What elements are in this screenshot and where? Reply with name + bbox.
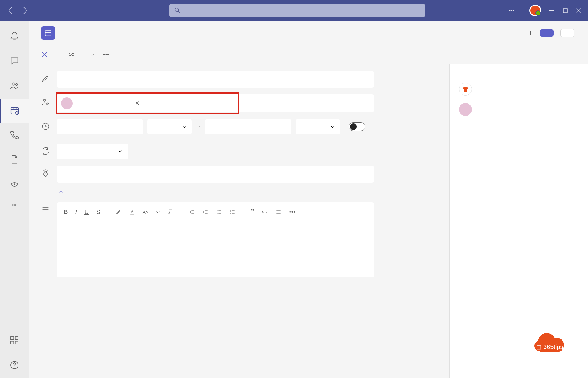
- meeting-toolbar: •••: [29, 45, 588, 64]
- maximize-button[interactable]: [562, 7, 568, 14]
- svg-point-34: [42, 212, 42, 212]
- organizer-avatar: [459, 83, 472, 96]
- meeting-header: +: [29, 21, 588, 45]
- bullet-list-button[interactable]: [216, 209, 222, 215]
- svg-text:+: +: [16, 112, 18, 115]
- svg-line-1: [178, 11, 180, 13]
- add-tab-button[interactable]: +: [528, 28, 533, 38]
- repeat-icon: [41, 147, 50, 155]
- tabs: [68, 25, 128, 41]
- underline-button[interactable]: U: [84, 208, 89, 216]
- link-button[interactable]: [262, 209, 268, 215]
- arrow-icon: →: [196, 124, 201, 129]
- svg-point-33: [42, 209, 42, 210]
- svg-rect-15: [11, 337, 14, 339]
- category-dropdown[interactable]: [87, 52, 95, 57]
- end-date-input[interactable]: [205, 119, 291, 134]
- end-time-input[interactable]: [296, 119, 340, 134]
- chevron-down-icon: [118, 149, 123, 154]
- close-icon: [41, 51, 47, 58]
- rail-calendar[interactable]: +: [0, 99, 29, 123]
- copy-link-button[interactable]: [68, 51, 78, 58]
- rail-viva[interactable]: [0, 173, 29, 197]
- location-input[interactable]: [57, 166, 374, 183]
- repeat-dropdown[interactable]: [57, 144, 128, 159]
- send-update-button[interactable]: [540, 29, 554, 37]
- start-date-input[interactable]: [57, 119, 143, 134]
- bold-button[interactable]: B: [63, 208, 68, 216]
- rail-help[interactable]: [0, 353, 29, 378]
- svg-rect-16: [15, 337, 18, 339]
- tracking-attendee[interactable]: [459, 99, 579, 120]
- paragraph-dropdown[interactable]: [155, 209, 160, 214]
- hr-button[interactable]: [275, 209, 282, 215]
- rail-calls[interactable]: [0, 123, 29, 148]
- svg-point-24: [43, 99, 46, 101]
- more-options-button[interactable]: •••: [103, 51, 109, 58]
- svg-point-32: [42, 207, 42, 208]
- chevron-down-icon: [182, 124, 187, 129]
- start-time-input[interactable]: [147, 119, 192, 134]
- description-icon: [41, 205, 50, 214]
- back-button[interactable]: [8, 8, 14, 13]
- close-window-button[interactable]: [576, 7, 582, 14]
- rail-files[interactable]: [0, 148, 29, 173]
- clear-format-button[interactable]: [168, 209, 174, 215]
- attendee-avatar: [61, 97, 73, 109]
- search-icon: [174, 7, 180, 14]
- form-area: + ✕ →: [29, 64, 449, 378]
- user-avatar[interactable]: [529, 5, 541, 16]
- more-button[interactable]: •••: [509, 7, 515, 14]
- chevron-down-icon: [90, 52, 95, 57]
- number-list-button[interactable]: 123: [229, 209, 236, 215]
- tracking-organizer[interactable]: [459, 79, 579, 99]
- font-size-button[interactable]: AA: [143, 209, 148, 215]
- svg-point-28: [45, 171, 47, 173]
- all-day-toggle[interactable]: [349, 122, 365, 131]
- search-input[interactable]: [169, 4, 425, 17]
- svg-text:3: 3: [230, 212, 231, 214]
- minimize-button[interactable]: [549, 7, 555, 14]
- chevron-up-icon: [59, 189, 63, 194]
- editor-more-button[interactable]: •••: [289, 208, 295, 216]
- close-button[interactable]: [560, 29, 574, 37]
- rich-text-editor[interactable]: B I U S AA 123: [57, 202, 374, 277]
- svg-point-42: [217, 210, 218, 211]
- quote-button[interactable]: ❞: [251, 208, 254, 216]
- remove-attendee-button[interactable]: ✕: [135, 100, 140, 107]
- pencil-icon: [41, 74, 50, 83]
- svg-text:◻ 365tips: ◻ 365tips: [536, 343, 563, 350]
- svg-text:+: +: [47, 103, 48, 105]
- attendees-input[interactable]: ✕: [57, 94, 374, 112]
- svg-point-43: [217, 212, 218, 212]
- svg-point-6: [12, 83, 14, 85]
- italic-button[interactable]: I: [75, 208, 77, 216]
- rail-teams[interactable]: [0, 74, 29, 99]
- outdent-button[interactable]: [189, 209, 195, 215]
- svg-point-57: [463, 87, 468, 90]
- people-icon: +: [41, 97, 50, 106]
- highlight-button[interactable]: [116, 209, 122, 215]
- font-color-button[interactable]: [129, 209, 135, 215]
- calendar-badge-icon: [41, 26, 55, 40]
- rail-apps[interactable]: [0, 329, 29, 353]
- editor-content[interactable]: [57, 221, 374, 277]
- indent-button[interactable]: [202, 209, 209, 215]
- hide-meeting-info-button[interactable]: [56, 189, 63, 194]
- main-area: + ••• +: [29, 21, 588, 378]
- svg-point-7: [15, 84, 18, 86]
- svg-point-14: [14, 183, 15, 185]
- rail-activity[interactable]: [0, 25, 29, 49]
- strike-button[interactable]: S: [96, 208, 100, 216]
- meeting-title-input[interactable]: [57, 71, 374, 88]
- highlight-box: [56, 92, 239, 114]
- rail-more[interactable]: •••: [0, 197, 29, 213]
- tracking-attendee-avatar: [459, 103, 472, 116]
- rail-chat[interactable]: [0, 49, 29, 74]
- location-icon: [41, 169, 50, 178]
- forward-button[interactable]: [22, 8, 28, 13]
- clock-icon: [41, 122, 50, 131]
- cancel-meeting-button[interactable]: [41, 51, 51, 58]
- svg-rect-20: [45, 31, 51, 36]
- chevron-down-icon: [330, 124, 335, 129]
